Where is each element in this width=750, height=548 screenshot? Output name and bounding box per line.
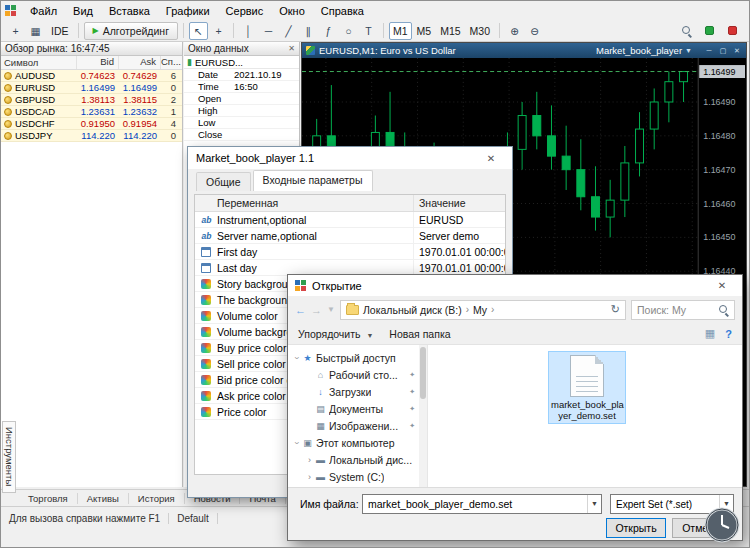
- toolbox-side-tab[interactable]: Инструменты: [2, 421, 16, 493]
- param-row-2[interactable]: First day1970.01.01 00:00:00: [195, 244, 505, 260]
- market-watch-row-usdchf[interactable]: USDCHF0.919500.919544: [1, 118, 182, 130]
- market-depth-red-icon[interactable]: [723, 22, 742, 40]
- status-profile[interactable]: Default: [177, 513, 209, 524]
- address-bar[interactable]: Локальный диск (B:)›My› ↻: [340, 300, 626, 320]
- open-button[interactable]: Открыть: [606, 518, 666, 538]
- color-type-icon: [201, 295, 211, 305]
- market-watch-row-usdcad[interactable]: USDCAD1.236311.236321: [1, 106, 182, 118]
- data-window-field: Low: [184, 117, 234, 128]
- market-watch-row-eurusd[interactable]: EURUSD1.164991.164990: [1, 82, 182, 94]
- vertical-line-icon[interactable]: │: [239, 22, 258, 40]
- search-icon[interactable]: [677, 22, 696, 40]
- ide-button[interactable]: IDE: [47, 22, 73, 40]
- menu-item-3[interactable]: Графики: [158, 3, 218, 19]
- menu-item-6[interactable]: Справка: [313, 3, 372, 19]
- market-watch-row-gbpusd[interactable]: GBPUSD1.381131.381152: [1, 94, 182, 106]
- refresh-icon[interactable]: ↻: [611, 303, 620, 316]
- color-type-icon: [201, 407, 211, 417]
- sidebar-item-7[interactable]: ›▬System (C:): [288, 468, 427, 485]
- sidebar-scrollbar[interactable]: [419, 345, 427, 487]
- fibonacci-icon[interactable]: ƒ: [319, 22, 338, 40]
- channel-icon[interactable]: ∥: [299, 22, 318, 40]
- timeframe-m1[interactable]: M1: [389, 22, 412, 40]
- crosshair-icon[interactable]: +: [209, 22, 228, 40]
- command-bar-right: ▦ ?: [705, 327, 732, 340]
- minimize-icon[interactable]: ─: [704, 46, 714, 55]
- data-window-symbol-row[interactable]: ▮ EURUSD...: [184, 56, 299, 69]
- close-icon[interactable]: ✕: [732, 46, 742, 55]
- profiles-icon[interactable]: ▦: [26, 22, 45, 40]
- close-icon[interactable]: ✕: [288, 44, 295, 53]
- zoom-out-icon[interactable]: ⊖: [525, 22, 544, 40]
- bottom-tab-1[interactable]: Активы: [78, 493, 129, 504]
- sidebar-item-2[interactable]: ↓Загрузки✦: [288, 383, 427, 400]
- param-name: Last day: [217, 262, 257, 274]
- file-item-selected[interactable]: market_book_pla yer_demo.set: [548, 351, 626, 424]
- sidebar-item-6[interactable]: ›▬Локальный дис...: [288, 451, 427, 468]
- timeframe-m15[interactable]: M15: [436, 22, 464, 40]
- bottom-tab-0[interactable]: Торговля: [19, 493, 78, 504]
- cursor-icon[interactable]: ↖: [189, 22, 208, 40]
- tab-common[interactable]: Общие: [196, 172, 251, 191]
- timeframe-m5[interactable]: M5: [413, 22, 436, 40]
- close-icon[interactable]: ✕: [478, 153, 504, 164]
- dialog-title-bar[interactable]: Открытие ✕: [288, 275, 742, 296]
- menu-item-0[interactable]: Файл: [22, 3, 65, 19]
- sidebar-item-3[interactable]: ▤Документы✦: [288, 400, 427, 417]
- breadcrumb-item-1[interactable]: My: [473, 304, 487, 316]
- timeframe-group: M1M5M15M30: [389, 22, 494, 40]
- trendline-icon[interactable]: ╱: [279, 22, 298, 40]
- sidebar-item-4[interactable]: ▦Изображени...✦: [288, 417, 427, 434]
- forward-icon[interactable]: →: [311, 304, 322, 316]
- new-chart-icon[interactable]: +: [6, 22, 25, 40]
- param-row-1[interactable]: abServer name,optionalServer demo: [195, 228, 505, 244]
- restore-icon[interactable]: ▢: [718, 46, 728, 55]
- shapes-icon[interactable]: ○: [339, 22, 358, 40]
- column-header-bid: Bid: [77, 56, 119, 69]
- organize-button[interactable]: Упорядочить ▼: [298, 328, 373, 340]
- menu-item-2[interactable]: Вставка: [101, 3, 158, 19]
- chevron-icon: ›: [305, 455, 314, 465]
- search-input[interactable]: Поиск: My: [631, 300, 735, 320]
- filename-input[interactable]: [363, 498, 587, 510]
- chart-title-bar[interactable]: EURUSD,M1: Euro vs US Dollar Market_book…: [302, 43, 746, 58]
- menu-item-4[interactable]: Сервис: [218, 3, 272, 19]
- file-list-area[interactable]: market_book_pla yer_demo.set: [428, 345, 742, 487]
- sidebar-item-5[interactable]: ›▣Этот компьютер: [288, 434, 427, 451]
- breadcrumb-item-0[interactable]: Локальный диск (B:): [363, 304, 462, 316]
- timeframe-m30[interactable]: M30: [466, 22, 494, 40]
- pin-icon: ✦: [409, 388, 415, 396]
- sidebar-item-1[interactable]: ⌂Рабочий сто...✦: [288, 366, 427, 383]
- currency-pair-icon: [4, 108, 12, 116]
- back-icon[interactable]: ←: [295, 304, 306, 316]
- data-window-symbol: EURUSD...: [195, 57, 243, 68]
- param-row-0[interactable]: abInstrument,optionalEURUSD: [195, 212, 505, 228]
- new-folder-button[interactable]: Новая папка: [389, 328, 450, 340]
- text-icon[interactable]: T: [359, 22, 378, 40]
- market-watch-row-usdjpy[interactable]: USDJPY114.220114.2200: [1, 130, 182, 142]
- market-watch-row-audusd[interactable]: AUDUSD0.746230.746296: [1, 70, 182, 82]
- bottom-tab-2[interactable]: История: [129, 493, 185, 504]
- spread-value: 4: [161, 118, 182, 129]
- ask-value: 0.74629: [119, 70, 161, 81]
- view-mode-icon[interactable]: ▦: [705, 327, 715, 340]
- chevron-down-icon[interactable]: ▼: [587, 495, 601, 513]
- help-icon[interactable]: ?: [725, 328, 732, 340]
- bid-value: 0.74623: [77, 70, 119, 81]
- menu-item-5[interactable]: Окно: [271, 3, 313, 19]
- market-depth-green-icon[interactable]: [700, 22, 719, 40]
- zoom-in-icon[interactable]: ⊕: [505, 22, 524, 40]
- horizontal-line-icon[interactable]: ─: [259, 22, 278, 40]
- market-watch-header[interactable]: СимволBidAskСп...: [1, 56, 182, 70]
- history-chevron-icon[interactable]: ▼: [327, 305, 335, 314]
- computer-icon: ▣: [301, 438, 314, 448]
- ea-menu[interactable]: Market_book_player ▼: [596, 45, 692, 56]
- sidebar-item-0[interactable]: ›★Быстрый доступ: [288, 349, 427, 366]
- menu-item-1[interactable]: Вид: [65, 3, 101, 19]
- scrollbar-thumb[interactable]: [420, 347, 426, 399]
- algo-trading-button[interactable]: ▶ Алготрейдинг: [84, 22, 178, 40]
- menu-bar: ФайлВидВставкаГрафикиСервисОкноСправка: [1, 1, 749, 20]
- tab-inputs[interactable]: Входные параметры: [253, 170, 373, 191]
- close-icon[interactable]: ✕: [709, 280, 735, 291]
- dialog-title-bar[interactable]: Market_book_player 1.1 ✕: [188, 147, 512, 169]
